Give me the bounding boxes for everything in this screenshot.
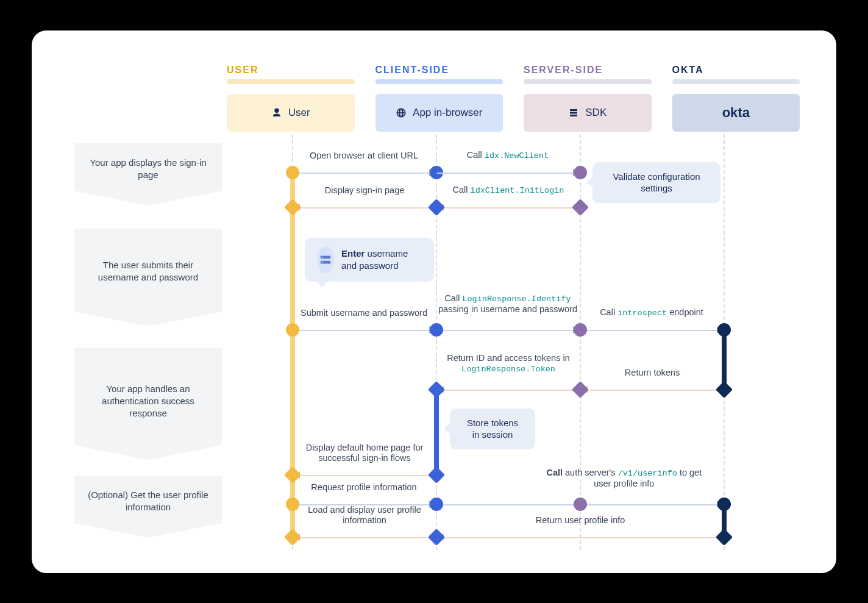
node-okta [717, 323, 731, 337]
msg-label: Submit username and password [293, 308, 435, 318]
step-label: Your app displays the sign-in page [90, 157, 206, 180]
sequence-diagram: USER CLIENT-SIDE SERVER-SIDE OKTA User A… [32, 30, 836, 573]
lane-underline [524, 79, 652, 84]
activation-client [434, 389, 439, 474]
credentials-icon [317, 246, 334, 273]
user-icon [271, 107, 282, 118]
msg-label: Load and display user profile informatio… [294, 505, 435, 525]
actor-server: SDK [524, 94, 652, 132]
msg-display-home: Display default home page for successful… [294, 468, 435, 482]
msg-label: Display default home page for successful… [294, 443, 435, 463]
msg-submit-credentials: Submit username and password [293, 323, 435, 337]
lane-header-server: SERVER-SIDE [524, 65, 652, 84]
msg-label: Return ID and access tokens in LoginResp… [438, 353, 578, 374]
msg-label: Display sign-in page [294, 185, 435, 195]
msg-identify: Call LoginResponse.Identify passing in u… [437, 323, 578, 337]
msg-open-browser: Open browser at client URL [293, 166, 435, 179]
msg-return-profile: Return user profile info [438, 530, 722, 544]
step-3: Your app handles an authentication succe… [74, 348, 222, 460]
actor-label: SDK [585, 107, 607, 119]
actor-label: User [288, 107, 310, 119]
actor-okta: okta [672, 94, 800, 132]
svg-point-2 [322, 256, 323, 257]
note-store-tokens: Store tokens in session [450, 409, 535, 449]
node-server [574, 498, 587, 511]
lane-underline [375, 79, 503, 84]
activation-okta-1 [722, 329, 727, 390]
lane-title: CLIENT-SIDE [375, 65, 503, 76]
okta-logo-text: okta [722, 105, 750, 121]
msg-label: Call idxClient.InitLogin [438, 185, 578, 195]
note-text: Store tokens in session [467, 418, 518, 440]
msg-label: Call introspect endpoint [581, 307, 722, 318]
msg-label: Open browser at client URL [293, 151, 435, 160]
note-text: Validate configuration settings [613, 171, 700, 194]
lane-title: SERVER-SIDE [524, 65, 652, 76]
lane-header-user: USER [227, 65, 355, 84]
msg-return-tokens: Return tokens [582, 383, 722, 396]
msg-load-display-profile: Load and display user profile informatio… [294, 530, 435, 544]
lifeline-client [436, 134, 437, 550]
node-user [286, 166, 299, 179]
msg-label: Return tokens [582, 368, 722, 377]
sdk-list-icon [568, 107, 579, 118]
lane-headers: USER CLIENT-SIDE SERVER-SIDE OKTA [227, 65, 800, 84]
lane-title: OKTA [672, 65, 800, 76]
note-text: Enter username and password [341, 248, 422, 271]
node-okta [717, 498, 731, 511]
step-label: (Optional) Get the user profile informat… [88, 490, 208, 512]
lane-header-client: CLIENT-SIDE [375, 65, 503, 84]
node-client [430, 323, 443, 337]
msg-label: Return user profile info [438, 515, 722, 525]
step-2: The user submits their username and pass… [74, 229, 222, 327]
msg-label: Call LoginResponse.Identify passing in u… [437, 293, 578, 314]
node-server [574, 323, 587, 337]
lane-underline [672, 79, 800, 84]
actor-row: User App in-browser SDK okta [227, 94, 800, 132]
step-4: (Optional) Get the user profile informat… [74, 476, 222, 538]
lane-title: USER [227, 65, 355, 76]
note-validate-config: Validate configuration settings [592, 162, 720, 203]
actor-client: App in-browser [375, 94, 503, 132]
step-1: Your app displays the sign-in page [74, 143, 222, 206]
msg-return-id-access: Return ID and access tokens in LoginResp… [438, 383, 578, 396]
step-label: Your app handles an authentication succe… [102, 384, 194, 419]
actor-user: User [227, 94, 355, 132]
actor-label: App in-browser [413, 107, 482, 119]
node-user [286, 323, 299, 337]
lane-underline [227, 79, 355, 84]
msg-label: Request profile information [293, 482, 435, 492]
browser-globe-icon [396, 107, 407, 118]
msg-display-signin: Display sign-in page [294, 201, 435, 214]
msg-initlogin: Call idxClient.InitLogin [438, 201, 578, 214]
node-server [574, 166, 587, 179]
lane-header-okta: OKTA [672, 65, 800, 84]
step-label: The user submits their username and pass… [98, 260, 198, 282]
msg-label: Call idx.NewClient [437, 150, 578, 160]
msg-newclient: Call idx.NewClient [437, 166, 578, 179]
msg-introspect: Call introspect endpoint [581, 323, 722, 337]
msg-label: Call auth server's /v1/userinfo to get u… [539, 468, 710, 488]
svg-point-3 [322, 262, 323, 263]
note-enter-credentials: Enter username and password [305, 238, 434, 282]
